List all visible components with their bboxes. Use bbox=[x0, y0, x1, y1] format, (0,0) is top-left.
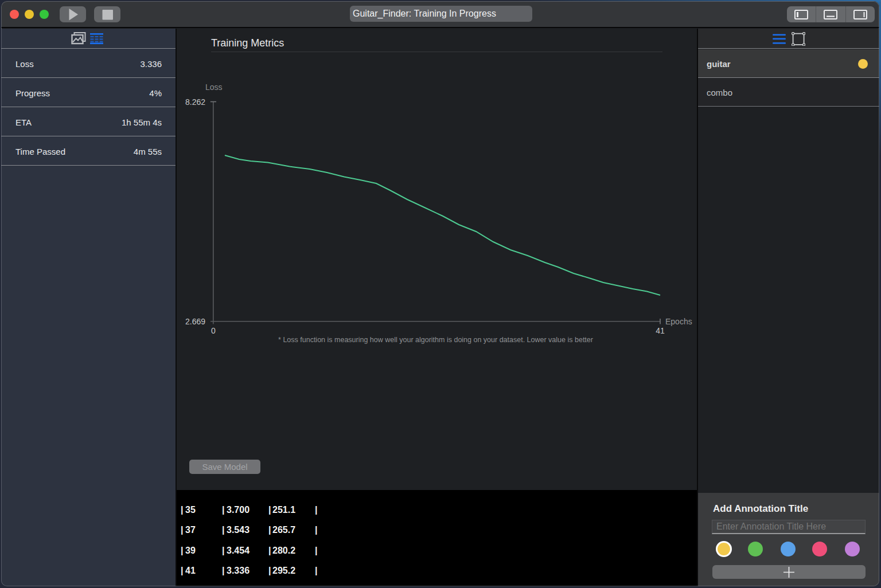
svg-text:8.262: 8.262 bbox=[185, 97, 205, 107]
svg-text:Epochs: Epochs bbox=[665, 317, 692, 326]
svg-text:0: 0 bbox=[211, 326, 216, 335]
svg-text:41: 41 bbox=[656, 326, 665, 335]
svg-text:2.669: 2.669 bbox=[185, 317, 205, 326]
svg-text:Loss: Loss bbox=[205, 83, 223, 92]
svg-text:* Loss function is measuring h: * Loss function is measuring how well yo… bbox=[278, 336, 593, 344]
